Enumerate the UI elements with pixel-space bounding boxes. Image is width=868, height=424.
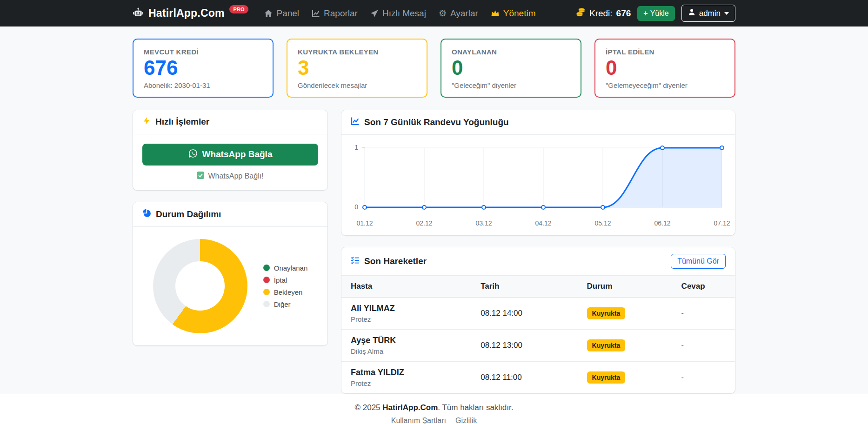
stat-sub: Abonelik: 2030-01-31 [144,81,262,89]
copyright-suffix: . Tüm hakları saklıdır. [438,403,513,412]
legend-label: Onaylanan [274,264,308,272]
answer-cell: - [672,361,735,393]
answer-cell: - [672,297,735,329]
patient-treatment: Protez [351,315,462,323]
legend-dot [263,265,270,271]
terms-link[interactable]: Kullanım Şartları [391,417,446,424]
crown-icon [491,9,500,18]
brand[interactable]: HatirlApp.Com PRO [133,7,248,20]
main-content: MEVCUT KREDİ 676 Abonelik: 2030-01-31 KU… [127,26,741,394]
column-header-hasta: Hasta [341,276,471,298]
status-badge: Kuyrukta [587,339,626,351]
footer-links: Kullanım Şartları Gizlilik [0,417,868,424]
column-header-tarih: Tarih [471,276,577,298]
credit-display: Kredi: 676 [576,7,631,20]
lightning-icon [142,117,151,127]
status-badge: Kuyrukta [587,371,626,384]
stat-card-queue: KUYRUKTA BEKLEYEN 3 Gönderilecek mesajla… [287,39,427,98]
stat-label: ONAYLANAN [452,48,570,56]
list-check-icon [351,256,360,267]
nav-item-raporlar[interactable]: Raporlar [312,8,358,19]
column-header-cevap: Cevap [672,276,735,298]
stat-value: 0 [452,56,570,80]
copyright-prefix: © 2025 [355,403,383,412]
stat-sub: "Geleceğim" diyenler [452,81,570,89]
plus-icon: + [643,9,648,18]
coins-icon [576,7,586,20]
appointment-date: 08.12 13:00 [471,329,577,361]
home-icon [264,9,273,18]
top-navbar: HatirlApp.Com PRO Panel Raporlar Hızlı M… [0,0,868,26]
pro-badge: PRO [229,5,249,13]
appointment-date: 08.12 14:00 [471,297,577,329]
gear-icon: ⚙ [439,9,447,18]
legend-dot [263,289,270,295]
nav-item-label: Raporlar [324,8,358,19]
stat-sub: "Gelemeyeceğim" diyenler [606,81,724,89]
x-tick-label: 02.12 [416,219,432,227]
patient-name: Ali YILMAZ [351,304,462,313]
stat-card-credit: MEVCUT KREDİ 676 Abonelik: 2030-01-31 [133,39,274,98]
nav-item-panel[interactable]: Panel [264,8,299,19]
whatsapp-icon [188,149,198,160]
whatsapp-connect-button[interactable]: WhatsApp Bağla [142,144,318,166]
table-row: Ayşe TÜRK Dikiş Alma 08.12 13:00 Kuyrukt… [341,329,735,361]
legend-dot [263,277,270,283]
x-tick-label: 06.12 [654,219,670,227]
legend-label: Bekleyen [274,288,303,296]
line-chart-svg [362,142,727,217]
load-credit-button[interactable]: + Yükle [637,6,674,21]
y-tick-label: 1 [350,144,358,151]
weekly-chart-title: Son 7 Günlük Randevu Yoğunluğu [364,117,509,127]
donut-legend: Onaylanan İptal Bekleyen Diğer [263,264,308,308]
stat-label: MEVCUT KREDİ [144,48,262,56]
legend-item: Diğer [263,300,308,308]
whatsapp-status: WhatsApp Bağlı! [142,172,318,181]
x-axis-labels: 01.1202.1203.1204.1205.1206.1207.12 [362,219,727,231]
quick-actions-title: Hızlı İşlemler [155,117,209,127]
privacy-link[interactable]: Gizlilik [455,417,477,424]
stats-row: MEVCUT KREDİ 676 Abonelik: 2030-01-31 KU… [133,39,735,98]
nav-menu: Panel Raporlar Hızlı Mesaj ⚙ Ayarlar Yön… [264,8,535,19]
column-header-durum: Durum [578,276,672,298]
legend-label: Diğer [274,300,291,308]
table-row: Fatma YILDIZ Protez 08.12 11:00 Kuyrukta… [341,361,735,393]
nav-item-yonetim[interactable]: Yönetim [491,8,536,19]
status-badge: Kuyrukta [587,307,626,319]
whatsapp-button-label: WhatsApp Bağla [202,149,273,159]
credit-value: 676 [616,8,631,19]
stat-sub: Gönderilecek mesajlar [298,81,416,89]
appointment-date: 08.12 11:00 [471,361,577,393]
stat-value: 0 [606,56,724,80]
patient-treatment: Protez [351,379,462,387]
x-tick-label: 01.12 [356,219,373,227]
y-tick-label: 0 [350,203,358,211]
patient-name: Ayşe TÜRK [351,336,462,345]
x-tick-label: 05.12 [594,219,611,227]
view-all-button[interactable]: Tümünü Gör [671,254,726,269]
stat-value: 3 [298,56,416,80]
credit-label: Kredi: [589,8,613,19]
recent-table: Hasta Tarih Durum Cevap Ali YILMAZ Prote… [341,276,735,393]
copyright-brand: HatirlApp.Com [382,403,438,412]
user-name: admin [699,9,721,18]
stat-card-approved: ONAYLANAN 0 "Geleceğim" diyenler [441,39,581,98]
chart-line-icon [351,117,360,128]
nav-item-ayarlar[interactable]: ⚙ Ayarlar [439,8,478,19]
quick-actions-card: Hızlı İşlemler WhatsApp Bağla WhatsApp B… [133,110,328,191]
send-icon [370,9,379,18]
nav-item-label: Yönetim [503,8,536,19]
line-chart-area: 01 [350,142,727,219]
check-square-icon [197,172,204,181]
chevron-down-icon [724,12,729,15]
user-menu-button[interactable]: admin [681,5,735,22]
legend-item: İptal [263,276,308,284]
nav-item-hizli-mesaj[interactable]: Hızlı Mesaj [370,8,426,19]
nav-item-label: Ayarlar [450,8,478,19]
answer-cell: - [672,329,735,361]
nav-item-label: Hızlı Mesaj [382,8,426,19]
x-tick-label: 04.12 [535,219,551,227]
table-row: Ali YILMAZ Protez 08.12 14:00 Kuyrukta - [341,297,735,329]
donut-chart [153,239,247,333]
recent-title: Son Hareketler [364,256,427,266]
